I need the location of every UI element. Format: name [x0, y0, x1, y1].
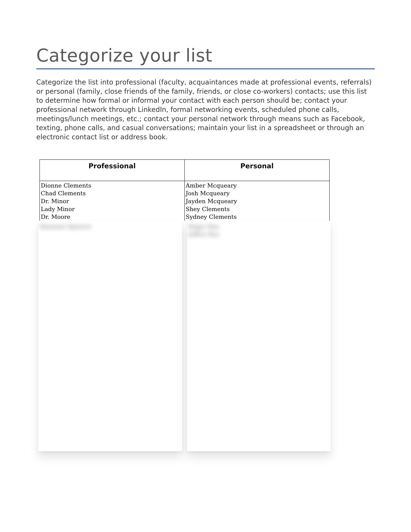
blurred-line: Roger Roe	[188, 223, 330, 230]
column-professional: Dionne Clements Chad Clements Dr. Minor …	[40, 181, 185, 221]
blurred-content: Shannon Spencer	[38, 221, 182, 230]
blurred-column-professional: Shannon Spencer	[38, 221, 182, 451]
table-header-row: Professional Personal	[40, 160, 329, 181]
column-personal: Amber Mcqueary Josh Mcqueary Jayden Mcqu…	[185, 181, 329, 221]
list-item: Dr. Minor	[41, 197, 183, 205]
list-item: Chad Clements	[41, 190, 183, 197]
header-professional: Professional	[40, 160, 185, 181]
title-rule	[36, 68, 375, 69]
list-item: Jayden Mcqueary	[186, 197, 328, 205]
blurred-line: Jeffrie Roe	[188, 230, 330, 238]
list-item: Lady Minor	[41, 205, 183, 213]
list-item: Dionne Clements	[41, 182, 183, 190]
blurred-content: Roger Roe Jeffrie Roe	[187, 221, 331, 238]
header-personal: Personal	[185, 160, 329, 181]
page-title: Categorize your list	[36, 45, 375, 66]
list-item: Shey Clements	[186, 205, 328, 213]
instruction-paragraph: Categorize the list into professional (f…	[36, 78, 375, 142]
blurred-line: Shannon Spencer	[39, 223, 181, 230]
list-item: Amber Mcqueary	[186, 182, 328, 190]
list-item: Josh Mcqueary	[186, 190, 328, 197]
contacts-table: Professional Personal Dionne Clements Ch…	[39, 160, 330, 221]
list-item: Dr. Moore	[41, 213, 183, 221]
table-body: Dionne Clements Chad Clements Dr. Minor …	[40, 181, 329, 221]
document-page: Categorize your list Categorize the list…	[0, 0, 411, 532]
blurred-column-personal: Roger Roe Jeffrie Roe	[187, 221, 331, 451]
list-item: Sydney Clements	[186, 213, 328, 221]
blurred-preview-area: Shannon Spencer Roger Roe Jeffrie Roe	[38, 221, 331, 451]
